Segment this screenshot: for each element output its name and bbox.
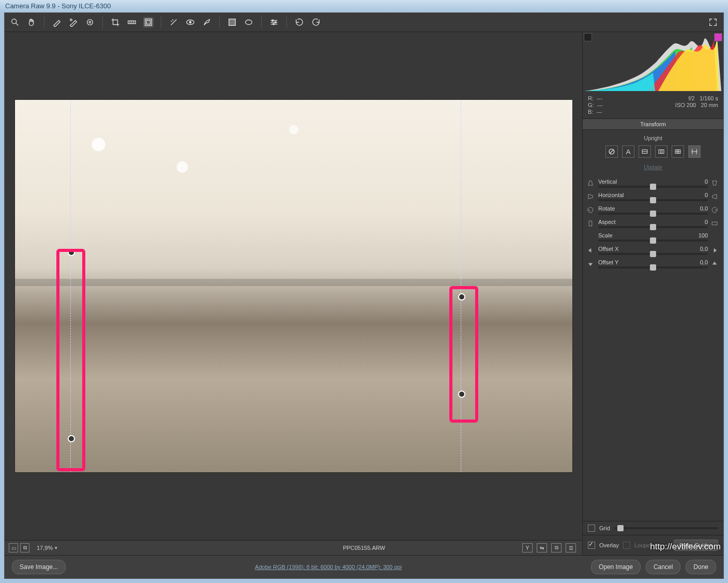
svg-point-4 [89,21,91,23]
white-balance-tool-icon[interactable] [52,17,62,27]
upright-update-link[interactable]: Update [644,164,662,170]
rotate-cw-icon[interactable] [311,17,321,27]
crop-tool-icon[interactable] [110,17,120,27]
horizontal-left-hint-icon [587,193,594,200]
readout-row: R: --- G: --- B: --- f/2 1/160 s ISO 200… [583,93,723,118]
app-frame: ▭ ⧉ 17,9%▾ PPC05155.ARW Y ⇆ ⧉ ☰ [4,12,724,579]
svg-point-2 [70,19,72,21]
done-button[interactable]: Done [686,560,716,574]
upright-auto-button[interactable]: A [622,145,634,158]
slider-label: Rotate [598,205,615,212]
watermark: http://evtifeev.com [650,542,721,552]
view-compare-icon[interactable]: ⧉ [20,543,29,552]
cancel-button[interactable]: Cancel [646,560,680,574]
rotate-slider[interactable] [598,213,708,215]
aspect-slider[interactable] [598,226,708,228]
scale-slider[interactable] [598,240,708,242]
svg-rect-10 [146,20,150,24]
window-title: Camera Raw 9.9 - Sony ILCE-6300 [0,0,728,12]
upright-full-button[interactable] [672,145,684,158]
straighten-tool-icon[interactable] [127,17,137,27]
spot-removal-tool-icon[interactable] [169,17,179,27]
upright-off-button[interactable] [605,145,618,158]
preview-area: ▭ ⧉ 17,9%▾ PPC05155.ARW Y ⇆ ⧉ ☰ [5,32,582,555]
color-sampler-tool-icon[interactable] [68,17,79,27]
view-single-icon[interactable]: ▭ [9,543,18,552]
svg-rect-37 [712,222,717,225]
zoom-value: 17,9% [37,545,53,551]
radial-filter-tool-icon[interactable] [244,17,254,27]
vertical-right-hint-icon [711,180,718,187]
svg-rect-13 [229,19,236,26]
slider-value[interactable]: 0 [705,178,708,185]
bottom-bar: Save Image... Adobe RGB (1998); 8 bit; 6… [5,555,723,578]
hand-tool-icon[interactable] [26,17,37,27]
rotate-ccw-icon[interactable] [294,17,305,27]
preferences-icon[interactable] [269,17,279,27]
swap-icon[interactable]: ⇆ [537,543,547,552]
slider-value[interactable]: 100 [699,232,708,238]
open-image-button[interactable]: Open Image [591,560,641,574]
grid-checkbox[interactable] [588,525,595,532]
horizontal-slider[interactable] [598,199,708,201]
grid-row: Grid [583,521,723,535]
offsety-down-hint-icon [711,260,718,267]
upright-level-button[interactable] [639,145,651,158]
offsetx-left-hint-icon [587,247,594,254]
slider-value[interactable]: 0,0 [700,259,708,265]
slider-value[interactable]: 0,0 [700,205,708,212]
offsety-slider[interactable] [598,266,708,268]
aspect-left-hint-icon [587,220,594,227]
before-after-y-icon[interactable]: Y [522,543,533,552]
targeted-adjustment-tool-icon[interactable] [85,17,95,27]
offsetx-slider[interactable] [598,253,708,255]
slider-value[interactable]: 0 [705,192,708,198]
filename-label: PPC05155.ARW [343,545,385,551]
svg-line-23 [610,150,614,154]
svg-point-12 [189,21,191,23]
annotation-box [56,249,85,471]
offsetx-right-hint-icon [711,247,718,254]
horizontal-right-hint-icon [711,193,718,200]
loupe-checkbox [623,542,630,549]
highlight-clipping-icon[interactable] [714,33,722,41]
transform-tool-icon[interactable] [143,17,154,27]
svg-point-3 [87,20,93,25]
upright-vertical-button[interactable] [655,145,668,158]
vertical-left-hint-icon [587,180,594,187]
zoom-dropdown[interactable]: 17,9%▾ [37,545,57,551]
save-image-button[interactable]: Save Image... [12,560,66,574]
slider-label: Offset X [598,246,619,252]
overlay-label: Overlay [599,542,619,548]
histogram[interactable] [583,32,723,93]
overlay-checkbox[interactable] [588,542,595,549]
upright-section: Upright A Update [583,130,723,175]
preview-footer: ▭ ⧉ 17,9%▾ PPC05155.ARW Y ⇆ ⧉ ☰ [5,540,582,555]
shadow-clipping-icon[interactable] [584,33,592,41]
grid-size-slider[interactable] [614,527,718,529]
slider-label: Horizontal [598,192,624,198]
slider-value[interactable]: 0 [705,219,708,225]
workflow-options-link[interactable]: Adobe RGB (1998); 8 bit; 6000 by 4000 (2… [71,564,586,570]
svg-point-15 [246,20,252,25]
slider-value[interactable]: 0,0 [700,246,708,252]
chevron-down-icon: ▾ [55,545,57,550]
histogram-graph [585,34,721,91]
red-eye-tool-icon[interactable] [185,17,195,27]
upright-label: Upright [588,135,718,141]
svg-line-1 [16,23,19,26]
slider-label: Vertical [598,178,617,185]
image-viewport[interactable] [5,32,582,540]
vertical-slider[interactable] [598,186,708,188]
upright-guided-button[interactable] [688,145,701,158]
svg-point-19 [272,20,274,21]
panel-tab-transform[interactable]: Transform [583,118,723,130]
preview-prefs-icon[interactable]: ☰ [566,543,576,552]
copy-settings-icon[interactable]: ⧉ [551,543,562,552]
adjustment-brush-tool-icon[interactable] [202,17,212,27]
svg-point-20 [275,22,276,23]
graduated-filter-tool-icon[interactable] [227,17,237,27]
zoom-tool-icon[interactable] [10,17,20,27]
toggle-fullscreen-icon[interactable] [708,17,718,27]
preview-image [15,100,572,472]
